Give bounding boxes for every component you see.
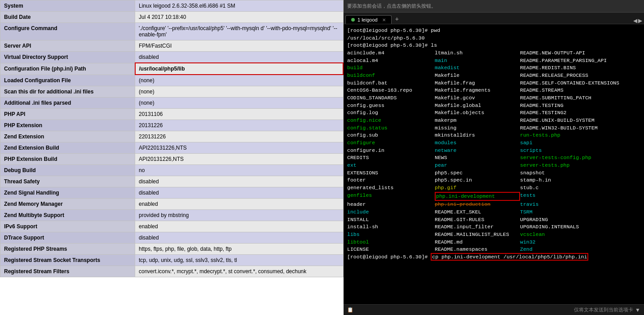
php-table-label: Zend Extension Build — [0, 142, 135, 154]
terminal-footer: 📋 仅将文本发送到当前选项卡 ▼ — [344, 304, 644, 315]
term-ls-row: genfilesphp.ini-developmenttests — [347, 192, 640, 201]
term-ls-row: aclocal.m4mainREADME.PARAMETER_PARSING_A… — [347, 57, 640, 65]
php-table-value: API220131226,NTS — [135, 142, 344, 154]
term-ls-row: config.logMakefile.objectsREADME.TESTING… — [347, 109, 640, 117]
php-table-label: IPv6 Support — [0, 221, 135, 232]
term-ls-row: libsREADME.MAILINGLIST_RULESvcsclean — [347, 231, 640, 239]
left-panel: SystemLinux leigood 2.6.32-358.el6.i686 … — [0, 0, 344, 315]
term-line: /usr/local/src/php-5.6.30 — [347, 35, 640, 42]
tab-label: 1 leigood — [357, 17, 378, 22]
php-table-value: (none) — [135, 75, 344, 86]
php-table-label: Registered Stream Socket Transports — [0, 255, 135, 266]
php-table-label: Configure Command — [0, 23, 135, 40]
php-table-label: Zend Extension — [0, 131, 135, 142]
terminal-tab-1[interactable]: 1 leigood ✕ — [345, 15, 392, 24]
php-table-label: Virtual Directory Support — [0, 52, 135, 63]
term-ls-row: acinclude.m4ltmain.shREADME.NEW-OUTPUT-A… — [347, 49, 640, 57]
php-table-value: enabled — [135, 199, 344, 210]
term-line: [root@leigood php-5.6.30]# ls — [347, 42, 640, 49]
php-table-value: FPM/FastCGI — [135, 40, 344, 52]
php-table-label: Debug Build — [0, 165, 135, 176]
php-table-value: tcp, udp, unix, udg, ssl, sslv3, sslv2, … — [135, 255, 344, 266]
php-table-label: Zend Signal Handling — [0, 187, 135, 199]
term-ls-row: configuremodulessapi — [347, 139, 640, 147]
php-table-value: Jul 4 2017 10:18:40 — [135, 12, 344, 23]
term-ls-row: LICENSEREADME.namespacesZend — [347, 246, 640, 253]
php-table-label: Loaded Configuration File — [0, 75, 135, 86]
tab-close-icon[interactable]: ✕ — [382, 18, 386, 22]
term-ls-row: EXTENSIONSphp5.specsnapshot — [347, 169, 640, 177]
footer-dropdown-icon[interactable]: ▼ — [635, 307, 640, 313]
php-table-label: PHP API — [0, 109, 135, 120]
php-table-label: Configuration File (php.ini) Path — [0, 63, 135, 75]
terminal-input[interactable] — [356, 307, 566, 313]
term-ls-row: footerphp5.spec.instamp-h.in — [347, 177, 640, 184]
php-table-value: disabled — [135, 176, 344, 187]
term-ls-row: buildconf.batMakefile.fragREADME.SELF-CO… — [347, 80, 640, 87]
php-table-value: /usr/local/php5/lib — [135, 63, 344, 75]
php-table-value: convert.iconv.*, mcrypt.*, mdecrypt.*, s… — [135, 266, 344, 277]
php-table-label: Registered PHP Streams — [0, 244, 135, 255]
php-table-value: 20131226 — [135, 120, 344, 131]
php-table-label: Additional .ini files parsed — [0, 98, 135, 109]
term-ls-row: libtoolREADME.mdwin32 — [347, 239, 640, 246]
term-ls-row: extpearserver-tests.php — [347, 162, 640, 169]
terminal-topbar: 要添加当前会话，点击左侧的箭头按钮。 — [344, 0, 644, 13]
arrow-right-icon[interactable]: ▶ — [638, 18, 642, 24]
php-table-value: 220131226 — [135, 131, 344, 142]
php-table-label: PHP Extension Build — [0, 154, 135, 165]
php-table-value: no — [135, 165, 344, 176]
php-table-label: Build Date — [0, 12, 135, 23]
php-table-value: provided by mbstring — [135, 210, 344, 221]
footer-label: 仅将文本发送到当前选项卡 — [566, 306, 633, 313]
arrow-left-icon[interactable]: ◀ — [633, 18, 637, 24]
php-table-label: PHP Extension — [0, 120, 135, 131]
term-line: [root@leigood php-5.6.30]# pwd — [347, 27, 640, 35]
php-table-value: 20131106 — [135, 109, 344, 120]
php-table-value: disabled — [135, 232, 344, 244]
term-ls-row: config.nicemakerpmREADME.UNIX-BUILD-SYST… — [347, 117, 640, 124]
php-table-label: System — [0, 0, 135, 12]
term-ls-row: headerphp.ini-productiontravis — [347, 201, 640, 209]
term-ls-row: config.statusmissingREADME.WIN32-BUILD-S… — [347, 124, 640, 132]
term-ls-row: config.guessMakefile.globalREADME.TESTIN… — [347, 102, 640, 110]
php-table-label: Server API — [0, 40, 135, 52]
term-ls-row: CREDITSNEWSserver-tests-config.php — [347, 154, 640, 162]
php-table-label: Scan this dir for additional .ini files — [0, 86, 135, 98]
php-table-value: enabled — [135, 221, 344, 232]
term-ls-row: config.submkinstalldirsrun-tests.php — [347, 132, 640, 139]
php-table-label: Thread Safety — [0, 176, 135, 187]
footer-icon: 📋 — [347, 307, 353, 313]
term-ls-row: configure.innetwarescripts — [347, 147, 640, 155]
php-table-label: Registered Stream Filters — [0, 266, 135, 277]
term-ls-row: buildmakedistREADME.REDIST.BINS — [347, 64, 640, 72]
php-table-value: Linux leigood 2.6.32-358.el6.i686 #1 SM — [135, 0, 344, 12]
topbar-message: 要添加当前会话，点击左侧的箭头按钮。 — [347, 3, 436, 9]
php-table-value: https, ftps, php, file, glob, data, http… — [135, 244, 344, 255]
php-table-value: './configure' '--prefix=/usr/local/php5'… — [135, 23, 344, 40]
terminal-scroll-arrows: ◀ ▶ — [633, 18, 642, 24]
php-table-label: Zend Multibyte Support — [0, 210, 135, 221]
term-ls-row: INSTALLREADME.GIT-RULESUPGRADING — [347, 216, 640, 224]
php-info-table: SystemLinux leigood 2.6.32-358.el6.i686 … — [0, 0, 344, 277]
php-table-label: DTrace Support — [0, 232, 135, 244]
tab-status-dot — [351, 18, 355, 22]
term-ls-row: includeREADME.EXT_SKELTSRM — [347, 209, 640, 216]
term-ls-row: install-shREADME.input_filterUPGRADING.I… — [347, 223, 640, 231]
php-table-value: disabled — [135, 52, 344, 63]
term-ls-row: buildconfMakefileREADME.RELEASE_PROCESS — [347, 72, 640, 80]
term-ls-row: CentOS6-Base-163.repoMakefile.fragmentsR… — [347, 87, 640, 94]
terminal-body[interactable]: [root@leigood php-5.6.30]# pwd/usr/local… — [344, 24, 644, 304]
php-table-value: disabled — [135, 187, 344, 199]
right-panel: 要添加当前会话，点击左侧的箭头按钮。 1 leigood ✕ + ◀ ▶ [ro… — [344, 0, 644, 315]
php-table-value: API20131226,NTS — [135, 154, 344, 165]
term-line: [root@leigood php-5.6.30]# cp php.ini-de… — [347, 253, 640, 261]
php-table-value: (none) — [135, 98, 344, 109]
new-tab-button[interactable]: + — [392, 14, 402, 24]
php-table-value: (none) — [135, 86, 344, 98]
php-table-label: Zend Memory Manager — [0, 199, 135, 210]
term-ls-row: generated_listsphp.gifstub.c — [347, 184, 640, 192]
term-ls-row: CODING_STANDARDSMakefile.gcovREADME.SUBM… — [347, 94, 640, 102]
